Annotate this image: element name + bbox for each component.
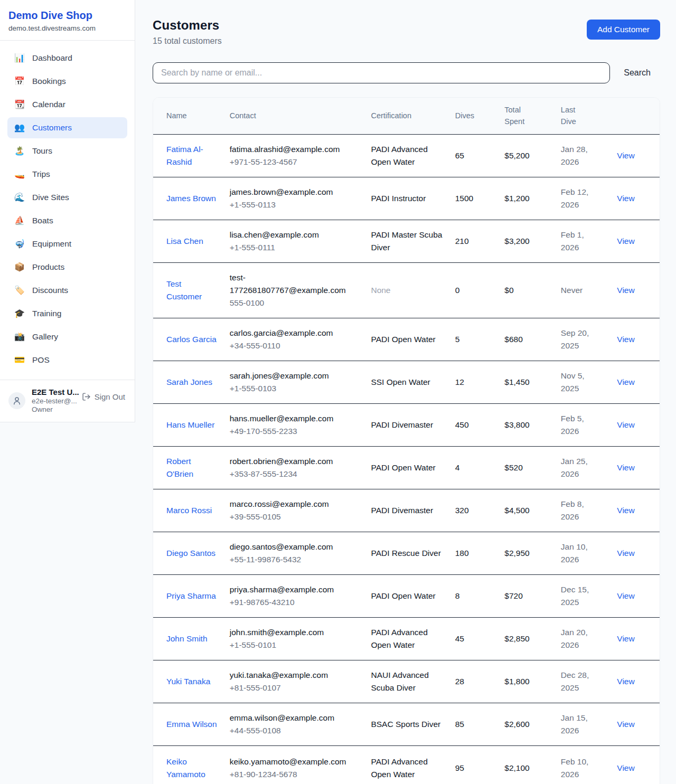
- sidebar-item-boats[interactable]: ⛵ Boats: [7, 210, 127, 231]
- view-link[interactable]: View: [617, 677, 634, 686]
- customer-phone: +1-555-0113: [230, 199, 359, 211]
- table-row: Emma Wilson emma.wilson@example.com+44-5…: [153, 703, 660, 746]
- sidebar-item-training[interactable]: 🎓 Training: [7, 303, 127, 324]
- customer-last-dive: Jan 10, 2026: [561, 532, 617, 575]
- customer-certification: None: [371, 263, 455, 318]
- customer-total-spent: $2,850: [504, 618, 561, 660]
- view-link[interactable]: View: [617, 377, 634, 386]
- customer-name-link[interactable]: Sarah Jones: [166, 376, 212, 389]
- tours-icon: 🏝️: [14, 145, 25, 157]
- sidebar-item-pos[interactable]: 💳 POS: [7, 350, 127, 371]
- sidebar-item-label: Dashboard: [32, 52, 72, 64]
- sidebar-item-dashboard[interactable]: 📊 Dashboard: [7, 48, 127, 69]
- customer-dives: 210: [455, 220, 505, 263]
- customer-name-link[interactable]: Carlos Garcia: [166, 333, 217, 346]
- customer-phone: +49-170-555-2233: [230, 425, 359, 438]
- customer-phone: +1-555-0101: [230, 639, 359, 651]
- equipment-icon: 🤿: [14, 238, 25, 250]
- customer-phone: +39-555-0105: [230, 511, 359, 523]
- customer-phone: +55-11-99876-5432: [230, 553, 359, 566]
- view-link[interactable]: View: [617, 591, 634, 600]
- trips-icon: 🚤: [14, 168, 25, 180]
- sidebar-item-equipment[interactable]: 🤿 Equipment: [7, 233, 127, 254]
- sidebar-item-dive-sites[interactable]: 🌊 Dive Sites: [7, 187, 127, 208]
- customer-total-spent: $5,200: [504, 134, 561, 177]
- customer-name-link[interactable]: Hans Mueller: [166, 419, 214, 431]
- view-link[interactable]: View: [617, 763, 634, 772]
- dashboard-icon: 📊: [14, 52, 25, 64]
- sidebar-item-tours[interactable]: 🏝️ Tours: [7, 140, 127, 162]
- view-link[interactable]: View: [617, 549, 634, 558]
- customer-name-link[interactable]: Priya Sharma: [166, 590, 216, 602]
- sidebar: Demo Dive Shop demo.test.divestreams.com…: [0, 0, 135, 422]
- customer-name-link[interactable]: James Brown: [166, 192, 216, 205]
- customer-total-spent: $2,950: [504, 532, 561, 575]
- view-link[interactable]: View: [617, 237, 634, 245]
- training-icon: 🎓: [14, 308, 25, 319]
- page-header: Customers 15 total customers Add Custome…: [153, 18, 660, 46]
- sidebar-item-label: Dive Sites: [32, 192, 69, 203]
- customer-dives: 45: [455, 618, 505, 660]
- sidebar-item-calendar[interactable]: 📆 Calendar: [7, 94, 127, 115]
- customer-dives: 450: [455, 404, 505, 447]
- customer-certification: SSI Open Water: [371, 361, 455, 404]
- customer-certification: BSAC Sports Diver: [371, 703, 455, 746]
- customer-name-link[interactable]: Test Customer: [166, 278, 217, 303]
- search-input[interactable]: [153, 62, 610, 83]
- view-link[interactable]: View: [617, 463, 634, 472]
- sidebar-item-discounts[interactable]: 🏷️ Discounts: [7, 280, 127, 301]
- customer-name-link[interactable]: Yuki Tanaka: [166, 675, 210, 688]
- customer-certification: PADI Advanced Open Water: [371, 746, 455, 784]
- customer-name-link[interactable]: Lisa Chen: [166, 235, 203, 248]
- customer-last-dive: Never: [561, 263, 617, 318]
- view-link[interactable]: View: [617, 720, 634, 729]
- customer-name-link[interactable]: Keiko Yamamoto: [166, 755, 217, 781]
- customer-name-link[interactable]: Robert O'Brien: [166, 455, 217, 480]
- add-customer-button[interactable]: Add Customer: [587, 20, 660, 40]
- table-row: Carlos Garcia carlos.garcia@example.com+…: [153, 318, 660, 361]
- view-link[interactable]: View: [617, 194, 634, 203]
- user-name: E2E Test U...: [32, 388, 76, 396]
- customer-phone: +34-555-0110: [230, 339, 359, 352]
- sidebar-item-gallery[interactable]: 📸 Gallery: [7, 326, 127, 347]
- customer-last-dive: Dec 28, 2025: [561, 660, 617, 703]
- sidebar-item-label: Tours: [32, 145, 52, 157]
- customer-name-link[interactable]: Fatima Al-Rashid: [166, 143, 217, 168]
- sidebar-item-bookings[interactable]: 📅 Bookings: [7, 71, 127, 92]
- table-row: Yuki Tanaka yuki.tanaka@example.com+81-5…: [153, 660, 660, 703]
- search-button[interactable]: Search: [624, 68, 660, 78]
- table-row: Marco Rossi marco.rossi@example.com+39-5…: [153, 489, 660, 532]
- sidebar-item-trips[interactable]: 🚤 Trips: [7, 164, 127, 185]
- customer-dives: 85: [455, 703, 505, 746]
- customer-last-dive: Jan 25, 2026: [561, 447, 617, 489]
- customer-name-link[interactable]: Marco Rossi: [166, 504, 212, 517]
- discounts-icon: 🏷️: [14, 285, 25, 296]
- customer-dives: 65: [455, 134, 505, 177]
- products-icon: 📦: [14, 261, 25, 273]
- view-link[interactable]: View: [617, 335, 634, 344]
- customer-name-link[interactable]: Diego Santos: [166, 547, 215, 560]
- sidebar-item-customers[interactable]: 👥 Customers: [7, 117, 127, 138]
- view-link[interactable]: View: [617, 151, 634, 160]
- view-link[interactable]: View: [617, 506, 634, 515]
- customer-dives: 28: [455, 660, 505, 703]
- customer-email: test-1772681807767@example.com: [230, 271, 359, 297]
- sidebar-item-products[interactable]: 📦 Products: [7, 257, 127, 278]
- customer-email: hans.mueller@example.com: [230, 412, 359, 425]
- search-row: Search: [153, 62, 660, 83]
- customer-last-dive: Jan 15, 2026: [561, 703, 617, 746]
- main-content: Customers 15 total customers Add Custome…: [135, 0, 676, 784]
- view-link[interactable]: View: [617, 286, 634, 295]
- bookings-icon: 📅: [14, 75, 25, 87]
- sidebar-item-label: Calendar: [32, 99, 65, 110]
- customer-certification: PADI Open Water: [371, 447, 455, 489]
- customer-name-link[interactable]: John Smith: [166, 632, 208, 645]
- sign-out-button[interactable]: Sign Out: [82, 392, 126, 409]
- view-link[interactable]: View: [617, 634, 634, 643]
- customer-total-spent: $2,100: [504, 746, 561, 784]
- customer-name-link[interactable]: Emma Wilson: [166, 718, 217, 731]
- view-link[interactable]: View: [617, 420, 634, 429]
- sidebar-item-label: Boats: [32, 215, 53, 226]
- customer-phone: +44-555-0108: [230, 724, 359, 737]
- customer-total-spent: $1,200: [504, 177, 561, 220]
